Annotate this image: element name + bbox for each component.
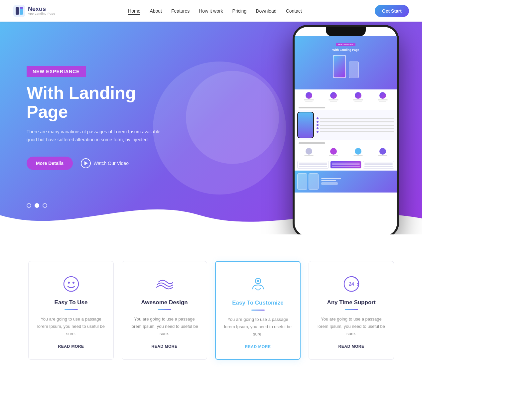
ps-hero-section: NEW EXPERIENCE With Landing Page [295, 36, 397, 89]
nav-link-how-it-work[interactable]: How it work [199, 8, 223, 14]
ps-avatar-1 [306, 148, 312, 155]
nav-item-features[interactable]: Features [171, 8, 190, 14]
watch-video-button[interactable]: Watch Our Video [81, 158, 129, 168]
watch-video-label: Watch Our Video [93, 161, 129, 166]
hero-section: NEW EXPERIANCE With Landing Page There a… [0, 22, 422, 234]
ps-feat-dot-4 [317, 127, 319, 129]
ps-feat-icon-4 [379, 92, 386, 99]
ps-price-line-8 [364, 164, 393, 165]
svg-rect-0 [13, 5, 25, 17]
ps-dl-phone-1 [297, 173, 307, 190]
nav-link-pricing[interactable]: Pricing [232, 8, 247, 14]
ps-feat-line-2 [320, 121, 394, 122]
phone-screen-inner: NEW EXPERIENCE With Landing Page [295, 27, 397, 234]
ps-download [295, 171, 397, 193]
hero-title: With Landing Page [27, 83, 180, 121]
ps-name-2 [329, 155, 338, 156]
feature-title-any-time-support: Any Time Support [327, 299, 375, 306]
nav-item-pricing[interactable]: Pricing [232, 8, 247, 14]
phone-screen: NEW EXPERIENCE With Landing Page [295, 27, 397, 234]
ps-dl-phones [297, 173, 319, 190]
feature-divider-easy-to-use [65, 309, 78, 310]
ps-name-3 [353, 155, 363, 156]
play-triangle [84, 161, 88, 165]
nav-link-features[interactable]: Features [171, 8, 190, 14]
feature-readmore-awesome-design[interactable]: READ MORE [152, 344, 178, 349]
nav-item-home[interactable]: Home [128, 8, 140, 14]
logo[interactable]: Nexus App Landing Page [13, 5, 55, 17]
play-icon [81, 158, 91, 168]
phone-outer: NEW EXPERIENCE With Landing Page [293, 25, 399, 234]
slider-dot-1[interactable] [27, 203, 31, 208]
feature-readmore-any-time-support[interactable]: READ MORE [338, 344, 364, 349]
ps-feat-dot-5 [317, 131, 319, 133]
feature-card-any-time-support: 24 Any Time Support You are going to use… [309, 261, 394, 360]
svg-rect-1 [16, 7, 19, 15]
ps-feat-text2-1 [305, 101, 313, 102]
ps-hero-phone-img [333, 55, 346, 78]
feature-divider-any-time-support [345, 309, 358, 310]
ps-feat-icon-2 [330, 92, 337, 99]
ps-price-line-9 [364, 166, 393, 167]
ps-feature-1 [297, 92, 321, 102]
ps-app-feat-row-5 [317, 131, 394, 133]
feature-readmore-easy-to-use[interactable]: READ MORE [58, 344, 84, 349]
ps-dl-line-2 [321, 180, 336, 181]
svg-rect-3 [20, 7, 23, 9]
ps-feat-text-2 [329, 99, 338, 100]
ps-app-features-list [317, 117, 394, 133]
nav-item-download[interactable]: Download [256, 8, 276, 14]
ps-app-phone [297, 112, 314, 138]
ps-name-1 [304, 155, 314, 156]
get-start-button[interactable]: Get Start [375, 5, 409, 17]
feature-icon-awesome-design [155, 275, 174, 293]
svg-point-8 [257, 280, 259, 282]
nav-link-download[interactable]: Download [256, 8, 276, 14]
hero-bg-circle-small [186, 71, 279, 164]
ps-team-1 [297, 148, 321, 156]
ps-feat-text-3 [353, 99, 363, 100]
ps-feat-dot-2 [317, 121, 319, 123]
svg-rect-2 [20, 9, 23, 15]
ps-feat-dot-1 [317, 117, 319, 119]
nav-item-contact[interactable]: Contact [286, 8, 302, 14]
slider-dot-3[interactable] [43, 203, 47, 208]
ps-price-line-6 [332, 166, 360, 167]
nav-link-about[interactable]: About [150, 8, 162, 14]
ps-app-design [295, 110, 397, 140]
feature-title-awesome-design: Awesome Design [141, 299, 188, 306]
feature-readmore-easy-to-customize[interactable]: READ MORE [245, 344, 271, 349]
ps-app-feat-row-1 [317, 117, 394, 119]
ps-features-row [295, 89, 397, 105]
features-grid: Easy To Use You are going to use a passa… [28, 261, 394, 360]
ps-feat-dot-3 [317, 124, 319, 126]
nav-item-about[interactable]: About [150, 8, 162, 14]
nav-link-home[interactable]: Home [128, 8, 140, 15]
logo-text: Nexus App Landing Page [28, 6, 55, 16]
brand-tagline: App Landing Page [28, 12, 55, 16]
ps-feat-line-3 [320, 125, 394, 126]
feature-divider-awesome-design [158, 309, 171, 310]
feature-desc-awesome-design: You are going to use a passage lorem Ips… [130, 316, 199, 337]
ps-feat-text2-3 [354, 101, 362, 102]
phone-mockup: NEW EXPERIENCE With Landing Page [289, 25, 402, 234]
ps-price-line-5 [332, 164, 360, 165]
ps-section-title [299, 107, 325, 108]
ps-feat-text-4 [378, 99, 388, 100]
ps-app-feat-row-3 [317, 124, 394, 126]
ps-feat-line-1 [320, 118, 394, 119]
hero-actions: More Details Watch Our Video [27, 157, 180, 170]
more-details-button[interactable]: More Details [27, 157, 73, 170]
feature-icon-easy-to-use [62, 275, 80, 293]
ps-team-title [299, 142, 325, 144]
navbar: Nexus App Landing Page Home About Featur… [0, 0, 422, 22]
nav-link-contact[interactable]: Contact [286, 8, 302, 14]
ps-feat-line-4 [320, 128, 394, 129]
slider-dot-2[interactable] [35, 203, 39, 208]
ps-dl-phone-2 [309, 173, 319, 190]
ps-feat-text2-2 [330, 101, 337, 102]
feature-card-easy-to-use: Easy To Use You are going to use a passa… [28, 261, 114, 360]
nav-item-how-it-work[interactable]: How it work [199, 8, 223, 14]
brand-name: Nexus [28, 6, 55, 13]
hero-content: NEW EXPERIANCE With Landing Page There a… [0, 40, 200, 216]
